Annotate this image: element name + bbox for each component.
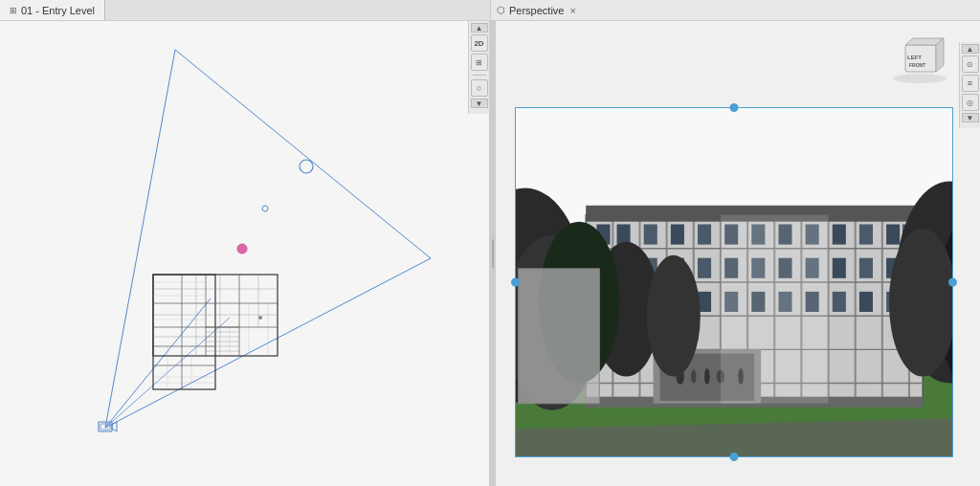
svg-point-7 xyxy=(237,244,247,254)
svg-rect-91 xyxy=(698,258,711,278)
svg-rect-110 xyxy=(859,292,873,312)
svg-rect-109 xyxy=(833,292,846,312)
circle-button[interactable]: ○ xyxy=(471,79,488,97)
circle-dot-icon: ⊙ xyxy=(967,60,973,69)
handle-top[interactable] xyxy=(730,103,739,112)
svg-rect-96 xyxy=(833,258,846,278)
floor-plan-panel: ▲ 2D ⊞ ○ ▼ xyxy=(0,21,490,486)
floor-plan-svg xyxy=(0,21,469,486)
chevron-down-icon: ▼ xyxy=(476,99,483,108)
svg-rect-84 xyxy=(859,224,873,244)
svg-rect-83 xyxy=(833,224,846,244)
close-perspective-button[interactable]: × xyxy=(569,5,575,16)
grid-icon: ⊞ xyxy=(476,58,482,67)
lines-icon: ≡ xyxy=(968,78,972,88)
handle-right[interactable] xyxy=(948,278,957,287)
perspective-icon: ⬡ xyxy=(497,5,505,15)
svg-point-120 xyxy=(647,255,701,377)
svg-point-124 xyxy=(889,229,953,377)
left-panel-toolbar: ▲ 2D ⊞ ○ ▼ xyxy=(468,21,489,114)
grid-button[interactable]: ⊞ xyxy=(471,54,488,71)
2d-icon: 2D xyxy=(474,39,483,48)
right-chevron-down-icon: ▼ xyxy=(967,114,974,122)
left-panel-tab[interactable]: ⊞ 01 - Entry Level xyxy=(0,0,105,20)
svg-text:LEFT: LEFT xyxy=(907,55,922,60)
svg-rect-75 xyxy=(617,224,631,244)
svg-point-127 xyxy=(704,368,710,385)
handle-bottom[interactable] xyxy=(730,453,739,461)
svg-rect-77 xyxy=(671,224,684,244)
svg-point-126 xyxy=(691,370,697,384)
svg-point-125 xyxy=(676,368,683,385)
right-tool-btn-3[interactable]: ◎ xyxy=(962,94,979,111)
svg-point-43 xyxy=(258,316,262,320)
handle-left[interactable] xyxy=(511,278,520,287)
right-tool-btn-1[interactable]: ⊙ xyxy=(962,55,979,73)
building-scene-svg xyxy=(515,107,953,457)
svg-rect-85 xyxy=(886,224,900,244)
svg-rect-132 xyxy=(721,215,829,404)
circle-icon: ○ xyxy=(477,83,481,93)
svg-rect-97 xyxy=(859,258,873,278)
view-cube-svg: LEFT FRONT xyxy=(886,31,953,83)
svg-rect-130 xyxy=(519,269,599,404)
perspective-panel: LEFT FRONT xyxy=(496,21,980,486)
right-tool-btn-2[interactable]: ≡ xyxy=(962,75,979,92)
right-panel-toolbar: ▲ ⊙ ≡ ◎ ▼ xyxy=(959,42,980,128)
svg-rect-78 xyxy=(698,224,711,244)
left-tab-label: 01 - Entry Level xyxy=(21,5,95,16)
scroll-down-button[interactable]: ▼ xyxy=(471,99,488,108)
svg-text:FRONT: FRONT xyxy=(909,62,925,68)
view-cube[interactable]: LEFT FRONT xyxy=(886,31,953,83)
perspective-tab-label: Perspective xyxy=(509,5,564,16)
view-2d-button[interactable]: 2D xyxy=(471,34,488,52)
right-scroll-down-button[interactable]: ▼ xyxy=(962,113,979,122)
svg-rect-76 xyxy=(644,224,657,244)
svg-rect-0 xyxy=(0,21,469,486)
right-chevron-up-icon: ▲ xyxy=(967,45,974,54)
chevron-up-icon: ▲ xyxy=(476,24,483,33)
perspective-viewport xyxy=(515,107,953,457)
floor-plan-icon: ⊞ xyxy=(10,6,17,15)
right-scroll-up-button[interactable]: ▲ xyxy=(962,44,979,54)
svg-point-44 xyxy=(893,74,947,83)
scroll-up-button[interactable]: ▲ xyxy=(471,23,488,33)
target-icon: ◎ xyxy=(967,99,973,107)
